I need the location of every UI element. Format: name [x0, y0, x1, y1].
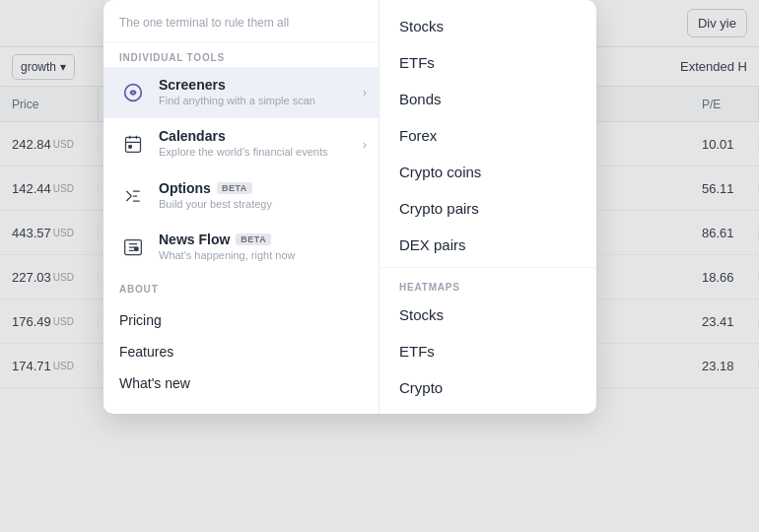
individual-tools-label: INDIVIDUAL TOOLS [104, 42, 379, 67]
heatmap-stocks[interactable]: Stocks [380, 297, 596, 333]
screeners-icon [119, 79, 147, 106]
panel-top: The one terminal to rule them all [104, 0, 379, 42]
right-divider [380, 267, 596, 268]
svg-point-1 [131, 91, 134, 94]
screeners-title: Screeners [159, 77, 363, 93]
calendars-desc: Explore the world's financial events [159, 145, 363, 160]
about-features[interactable]: Features [104, 336, 379, 367]
options-icon [119, 182, 147, 210]
calendars-arrow-icon: › [363, 138, 367, 152]
dropdown-container: The one terminal to rule them all INDIVI… [104, 0, 596, 414]
right-item-bonds[interactable]: Bonds [380, 81, 596, 117]
heatmap-etfs[interactable]: ETFs [380, 333, 596, 369]
about-whats-new[interactable]: What's new [104, 367, 379, 399]
options-content: Options BETA Build your best strategy [159, 180, 363, 212]
right-item-etfs[interactable]: ETFs [380, 44, 596, 81]
screeners-content: Screeners Find anything with a simple sc… [159, 77, 363, 108]
right-panel: Stocks ETFs Bonds Forex Crypto coins Cry… [380, 0, 596, 414]
svg-rect-5 [135, 247, 138, 250]
left-panel: The one terminal to rule them all INDIVI… [104, 0, 380, 414]
about-pricing[interactable]: Pricing [104, 304, 379, 336]
right-item-crypto-pairs[interactable]: Crypto pairs [380, 190, 596, 227]
screeners-arrow-icon: › [363, 86, 367, 100]
calendars-content: Calendars Explore the world's financial … [159, 128, 363, 160]
options-title: Options BETA [159, 180, 363, 196]
svg-rect-2 [126, 138, 141, 153]
newsflow-beta-badge: BETA [236, 233, 271, 245]
calendars-title: Calendars [159, 128, 363, 144]
heatmap-crypto[interactable]: Crypto [380, 369, 596, 406]
heatmaps-label: HEATMAPS [380, 272, 596, 297]
right-item-stocks[interactable]: Stocks [380, 8, 596, 44]
menu-item-screeners[interactable]: Screeners Find anything with a simple sc… [104, 67, 379, 118]
about-section-label: ABOUT [104, 274, 379, 299]
menu-item-newsflow[interactable]: News Flow BETA What's happening, right n… [104, 222, 379, 273]
right-item-crypto-coins[interactable]: Crypto coins [380, 154, 596, 190]
newsflow-icon [119, 233, 147, 261]
svg-rect-3 [129, 146, 132, 149]
options-desc: Build your best strategy [159, 197, 363, 212]
newsflow-title: News Flow BETA [159, 232, 363, 247]
screeners-desc: Find anything with a simple scan [159, 94, 363, 108]
about-section: Pricing Features What's new [104, 299, 379, 399]
newsflow-content: News Flow BETA What's happening, right n… [159, 232, 363, 263]
menu-item-options[interactable]: Options BETA Build your best strategy [104, 170, 379, 222]
options-beta-badge: BETA [217, 182, 252, 194]
newsflow-desc: What's happening, right now [159, 248, 363, 263]
panel-top-tagline: The one terminal to rule them all [119, 16, 363, 30]
right-item-dex-pairs[interactable]: DEX pairs [380, 227, 596, 263]
menu-item-calendars[interactable]: Calendars Explore the world's financial … [104, 118, 379, 169]
right-item-forex[interactable]: Forex [380, 117, 596, 154]
calendars-icon [119, 130, 147, 158]
